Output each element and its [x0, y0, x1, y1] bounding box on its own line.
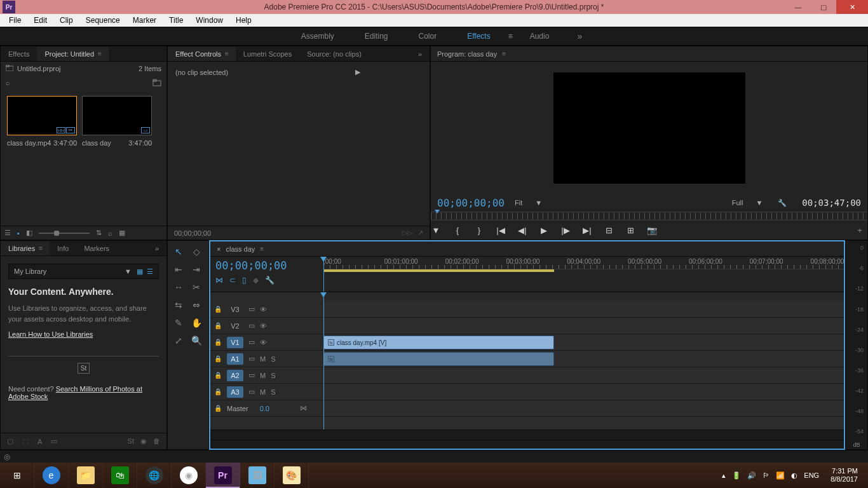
toggle-output-icon[interactable]: ▭ [248, 388, 255, 396]
track-lanes[interactable]: fxclass day.mp4 [V] fx [323, 292, 844, 430]
lib-cc-icon[interactable]: ◉ [140, 437, 147, 445]
track-lane-v3[interactable] [323, 301, 844, 318]
snap-icon[interactable]: ⋈ [215, 276, 223, 285]
lib-text-icon[interactable]: A [37, 438, 42, 445]
tabs-overflow-icon[interactable]: » [410, 47, 430, 61]
menu-edit[interactable]: Edit [27, 15, 53, 26]
resolution-select[interactable]: Full▼ [732, 199, 763, 207]
volume-icon[interactable]: 🔊 [747, 471, 756, 480]
workspace-effects[interactable]: Effects [452, 28, 505, 44]
rolling-edit-tool-icon[interactable]: ⇥ [189, 262, 203, 276]
tab-libraries[interactable]: Libraries ≡ [1, 241, 50, 255]
toggle-output-icon[interactable]: ▭ [248, 338, 255, 346]
thumbnail-size-slider[interactable] [39, 233, 90, 234]
taskbar-paint[interactable]: 🎨 [275, 463, 309, 488]
tab-info[interactable]: Info [50, 241, 76, 255]
project-item[interactable]: HH↦ class day.mp43:47:00 [7, 96, 77, 147]
add-marker-icon[interactable]: ▼ [431, 226, 441, 235]
new-bin-icon[interactable] [153, 79, 161, 86]
timeline-playhead[interactable] [323, 257, 324, 292]
tab-source[interactable]: Source: (no clips) [299, 47, 369, 61]
freeform-view-icon[interactable]: ◧ [26, 229, 32, 237]
selection-tool-icon[interactable]: ↖ [172, 245, 186, 259]
settings-icon[interactable]: 🔧 [265, 276, 275, 285]
lock-icon[interactable]: 🔒 [214, 372, 222, 379]
tray-app-icon[interactable]: ◐ [791, 471, 797, 480]
lock-icon[interactable]: 🔒 [214, 355, 222, 362]
timeline-ruler[interactable]: ;00;0000;01;00;0000;02;00;0000;03;00;000… [323, 257, 844, 269]
workspace-overflow-icon[interactable]: » [577, 31, 582, 41]
lib-color-icon[interactable]: ▭ [51, 437, 57, 445]
timeline-clip-video[interactable]: fxclass day.mp4 [V] [323, 336, 554, 349]
track-header-master[interactable]: 🔒Master0.0⋈ [210, 400, 323, 417]
sequence-close-icon[interactable]: × [217, 245, 220, 253]
settings-icon[interactable]: 🔧 [778, 199, 787, 207]
program-timecode[interactable]: 00;00;00;00 [437, 197, 505, 209]
track-lane-a1[interactable]: fx [323, 351, 844, 367]
menu-window[interactable]: Window [189, 15, 229, 26]
extract-icon[interactable]: ⊞ [625, 226, 635, 235]
zoom-select[interactable]: Fit▼ [515, 199, 542, 207]
list-view-icon[interactable]: ☰ [147, 268, 153, 276]
ec-loop-icon[interactable]: ▷▷ [402, 229, 412, 237]
ec-export-icon[interactable]: ↗ [417, 229, 423, 237]
rate-stretch-tool-icon[interactable]: ↔ [172, 280, 186, 294]
flag-icon[interactable]: 🏳 [763, 471, 770, 479]
expand-icon[interactable]: ⋈ [300, 404, 307, 412]
step-back-icon[interactable]: ◀| [517, 226, 527, 235]
add-marker-icon[interactable]: ▯ [242, 276, 247, 285]
toggle-output-icon[interactable]: ▭ [248, 305, 255, 313]
taskbar-store[interactable]: 🛍 [103, 463, 137, 488]
workspace-effects-menu-icon[interactable]: ≡ [508, 32, 512, 41]
minimize-button[interactable]: — [785, 0, 811, 14]
solo-toggle[interactable]: S [271, 372, 275, 379]
workspace-editing[interactable]: Editing [349, 28, 403, 44]
taskbar-chrome[interactable]: ◉ [172, 463, 206, 488]
menu-file[interactable]: File [3, 15, 27, 26]
tray-chevron-icon[interactable]: ▴ [722, 471, 726, 480]
lock-icon[interactable]: 🔒 [214, 388, 222, 395]
wifi-icon[interactable]: 📶 [776, 471, 785, 480]
lift-icon[interactable]: ⊟ [604, 226, 614, 235]
eye-icon[interactable]: 👁 [260, 322, 267, 330]
menu-help[interactable]: Help [229, 15, 258, 26]
track-header-v3[interactable]: 🔒V3▭👁 [210, 301, 323, 318]
sequence-name[interactable]: class day [226, 245, 255, 253]
lock-icon[interactable]: 🔒 [214, 322, 222, 329]
project-thumb[interactable]: ▭ [82, 96, 152, 135]
track-header-a3[interactable]: 🔒A3▭MS [210, 384, 323, 400]
eye-icon[interactable]: 👁 [260, 306, 267, 313]
tab-lumetri-scopes[interactable]: Lumetri Scopes [236, 47, 299, 61]
toggle-output-icon[interactable]: ▭ [248, 355, 255, 363]
workspace-audio[interactable]: Audio [515, 28, 565, 44]
linked-selection-icon[interactable]: ⊂ [229, 276, 236, 285]
taskbar-app1[interactable]: 🌐 [137, 463, 172, 488]
project-item[interactable]: ▭ class day3:47:00 [82, 96, 152, 147]
slip-tool-icon[interactable]: ⇆ [172, 298, 186, 312]
library-select[interactable]: My Library ▼ ▦☰ [8, 264, 159, 279]
sort-icon[interactable]: ⇅ [96, 229, 102, 237]
libraries-learn-link[interactable]: Learn How to Use Libraries [8, 330, 93, 338]
track-header-v1[interactable]: 🔒V1▭👁 [210, 334, 323, 351]
timeline-zoom[interactable] [210, 440, 844, 449]
workspace-color[interactable]: Color [403, 28, 452, 44]
toggle-output-icon[interactable]: ▭ [248, 371, 255, 379]
taskbar-photos[interactable]: 🖼 [240, 463, 275, 488]
tab-effect-controls[interactable]: Effect Controls ≡ [168, 47, 236, 61]
tab-effects[interactable]: Effects [1, 47, 37, 61]
timeline-playhead-line[interactable] [323, 292, 324, 430]
track-header-a2[interactable]: 🔒A2▭MS [210, 367, 323, 384]
mark-out-icon[interactable]: } [474, 226, 484, 235]
track-lane-a2[interactable] [323, 367, 844, 384]
taskbar-premiere[interactable]: Pr [206, 463, 240, 488]
start-button[interactable]: ⊞ [0, 463, 34, 488]
solo-toggle[interactable]: S [271, 355, 275, 363]
lock-icon[interactable]: 🔒 [214, 306, 222, 313]
timeline-timecode[interactable]: 00;00;00;00 [215, 259, 318, 272]
workspace-assembly[interactable]: Assembly [286, 28, 349, 44]
hand-tool-icon[interactable]: ✋ [189, 316, 203, 330]
play-icon[interactable]: ▶ [539, 226, 549, 235]
go-to-in-icon[interactable]: |◀ [496, 226, 506, 235]
mark-in-icon[interactable]: { [452, 226, 463, 235]
lib-graphic-icon[interactable]: ▢ [7, 437, 13, 445]
